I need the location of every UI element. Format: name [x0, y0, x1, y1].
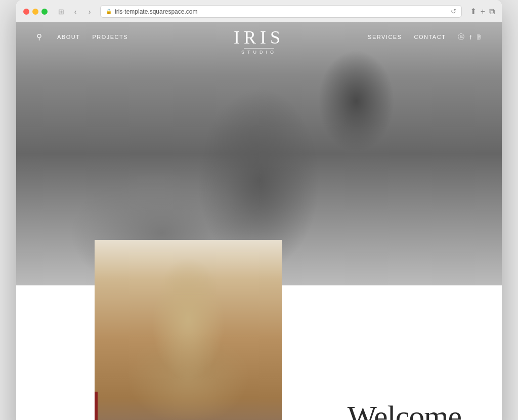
website-content: ⚲ ABOUT PROJECTS IRIS STUDIO SERVICES: [16, 22, 502, 420]
logo-sub: STUDIO: [234, 50, 284, 55]
back-button[interactable]: ‹: [70, 6, 81, 17]
nav-right: SERVICES CONTACT ⓐ f 𝔹: [368, 32, 482, 41]
logo-main: IRIS: [234, 28, 284, 47]
url-text: iris-template.squarespace.com: [115, 8, 197, 15]
nav-links-left: ABOUT PROJECTS: [57, 34, 128, 40]
nav-link-services[interactable]: SERVICES: [368, 34, 402, 40]
nav-link-contact[interactable]: CONTACT: [414, 34, 446, 40]
lock-icon: 🔒: [106, 9, 112, 14]
window-grid-button[interactable]: ⊞: [56, 6, 67, 17]
logo-divider: [244, 48, 274, 49]
tabs-button[interactable]: ⧉: [489, 7, 495, 16]
browser-chrome: ⊞ ‹ › 🔒 iris-template.squarespace.com ↺ …: [16, 0, 502, 22]
search-icon[interactable]: ⚲: [36, 32, 42, 41]
portrait-image: [95, 240, 282, 420]
traffic-light-minimize[interactable]: [32, 9, 38, 15]
traffic-light-fullscreen[interactable]: [41, 9, 48, 15]
browser-controls: ⊞ ‹ ›: [56, 6, 95, 17]
share-button[interactable]: ⬆: [470, 7, 477, 16]
new-tab-button[interactable]: +: [481, 7, 485, 16]
nav-links-right: SERVICES CONTACT: [368, 34, 446, 40]
nav-link-projects[interactable]: PROJECTS: [92, 34, 128, 40]
browser-actions: ⬆ + ⧉: [470, 7, 495, 16]
logo[interactable]: IRIS STUDIO: [234, 28, 284, 55]
browser-window: ⊞ ‹ › 🔒 iris-template.squarespace.com ↺ …: [16, 0, 502, 420]
facebook-icon[interactable]: f: [469, 33, 471, 41]
bottom-section: Welcome: [16, 285, 502, 420]
forward-button[interactable]: ›: [84, 6, 95, 17]
nav-link-about[interactable]: ABOUT: [57, 34, 80, 40]
traffic-light-close[interactable]: [23, 9, 29, 15]
social-icons: ⓐ f 𝔹: [458, 32, 482, 41]
red-accent-bar: [95, 392, 98, 420]
refresh-icon[interactable]: ↺: [451, 8, 456, 15]
url-bar[interactable]: 🔒 iris-template.squarespace.com ↺: [100, 5, 462, 18]
nav-left: ⚲ ABOUT PROJECTS: [36, 32, 128, 41]
traffic-lights: [23, 9, 48, 15]
portrait-figure: [95, 240, 282, 420]
pinterest-icon[interactable]: 𝔹: [477, 33, 482, 41]
instagram-icon[interactable]: ⓐ: [458, 32, 464, 41]
welcome-heading: Welcome: [347, 401, 461, 420]
navbar: ⚲ ABOUT PROJECTS IRIS STUDIO SERVICES: [16, 22, 502, 52]
